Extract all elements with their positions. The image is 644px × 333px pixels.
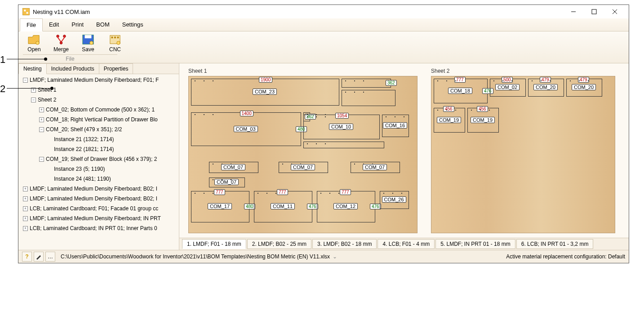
drill-dot [579,80,580,81]
menu-settings[interactable]: Settings [116,18,150,31]
collapse-icon[interactable]: − [39,127,44,132]
expand-icon[interactable]: + [23,186,28,191]
close-button[interactable] [604,5,625,18]
material-tab[interactable]: 4. LCB; F01 - 4 mm [378,239,435,249]
minimize-button[interactable] [563,5,584,18]
content-area: Sheet 1 COM_231900362COM_031400480362COM… [179,63,629,250]
sheet-1-surface[interactable]: COM_231900362COM_031400480362COM_101054C… [188,76,417,233]
material-tab[interactable]: 3. LMDF; B02 - 18 mm [312,239,377,249]
tab-included-products[interactable]: Included Products [46,63,99,74]
material-tab[interactable]: 5. LMDF; IN PRT 01 - 18 mm [435,239,515,249]
tree-row[interactable]: Instance 21 (1322; 1714) [18,134,179,144]
drill-dot [338,193,339,194]
menu-edit[interactable]: Edit [43,18,65,31]
tree-row[interactable]: +COM_02; Bottom of Commode (500 x 362); … [18,105,179,115]
tab-properties[interactable]: Properties [99,63,133,74]
tree-row[interactable]: −COM_19; Shelf of Drawer Block (456 x 37… [18,154,179,164]
chevron-down-icon[interactable]: ⌄ [333,253,337,260]
drill-dot [231,179,231,180]
cnc-button[interactable]: CNC [104,34,126,53]
expand-icon[interactable]: + [39,117,44,122]
collapse-icon[interactable]: − [39,157,44,162]
help-button[interactable]: ? [22,252,32,262]
width-dim-chip: 1900 [259,77,272,83]
drill-dot [372,164,373,164]
svg-point-9 [63,35,66,38]
drill-dot [307,116,308,117]
width-dim-chip: 777 [454,77,466,83]
material-tab[interactable]: 2. LMDF; B02 - 25 mm [247,239,311,249]
svg-point-13 [90,41,93,44]
material-tab[interactable]: 6. LCB; IN PRT 01 - 3,2 mm [516,239,594,249]
open-button[interactable]: Open [23,34,45,53]
collapse-icon[interactable]: − [23,78,28,83]
expand-icon[interactable]: + [23,216,28,221]
tree-row[interactable]: +COM_18; Right Vertical Partition of Dra… [18,115,179,124]
drill-dot [446,80,447,81]
statusbar: ? … C:\Users\Public\Documents\Woodwork f… [18,250,629,263]
drill-dot [329,193,330,194]
nested-part[interactable] [303,142,384,148]
width-dim-chip: 1400 [240,111,253,116]
svg-point-7 [36,41,39,44]
drill-dot [570,80,571,81]
tree-row[interactable]: +LCB; Laminated Cardboard; F01; Facade 0… [18,204,179,213]
menu-print[interactable]: Print [65,18,90,31]
svg-rect-17 [117,37,119,39]
nested-part[interactable] [342,79,391,88]
tree-row[interactable]: Instance 23 (5; 1190) [18,164,179,174]
width-dim-chip: 1054 [335,113,349,119]
sheet-2-surface[interactable]: COM_18777476COM_02500COM_20479COM_20479C… [431,76,615,233]
drill-dot [383,193,384,194]
tree-row[interactable]: −COM_20; Shelf (479 x 351); 2/2 [18,124,179,134]
tree-item-label: Instance 24 (481; 1190) [54,176,111,182]
menu-file[interactable]: File [20,18,43,31]
tree-row[interactable]: +Sheet 1 [18,85,179,95]
drill-dot [213,114,213,115]
expand-icon[interactable]: + [23,196,28,201]
svg-rect-16 [114,37,116,39]
expand-icon[interactable]: + [23,206,28,211]
merge-icon [54,34,68,45]
drill-dot [195,193,195,194]
tree-item-label: LMDF; Laminated Medium Density Fiberboar… [30,186,157,192]
window-title: Nesting v11 COM.iam [33,9,563,15]
part-label-chip: COM_12 [333,203,358,209]
expand-icon[interactable]: + [23,226,28,231]
edit-button[interactable] [34,252,44,262]
tree-item-label: COM_18; Right Vertical Partition of Draw… [46,116,158,123]
drill-dot [354,92,355,93]
drill-dot [363,80,364,81]
tree-row[interactable]: −LMDF; Laminated Medium Density Fiberboa… [18,75,179,85]
expand-icon[interactable]: + [39,107,44,112]
maximize-button[interactable] [584,5,604,18]
drill-dot [282,164,283,164]
tree-row[interactable]: −Sheet 2 [18,95,179,105]
tab-nesting[interactable]: Nesting [18,63,47,74]
merge-button[interactable]: Merge [50,34,72,53]
nesting-tree[interactable]: −LMDF; Laminated Medium Density Fiberboa… [18,74,179,250]
drill-dot [195,114,195,115]
tree-row[interactable]: Instance 22 (1821; 1714) [18,144,179,154]
width-dim-chip: 777 [214,189,225,195]
nested-part[interactable] [342,90,395,106]
window-controls [563,5,625,18]
titlebar: Nesting v11 COM.iam [18,5,629,18]
tree-row[interactable]: Instance 24 (481; 1190) [18,174,179,184]
svg-rect-15 [111,37,113,39]
menu-bom[interactable]: BOM [90,18,116,31]
sheets-area[interactable]: Sheet 1 COM_231900362COM_031400480362COM… [179,63,629,238]
save-button[interactable]: Save [77,34,99,53]
drill-dot [222,179,222,180]
more-button[interactable]: … [45,252,55,262]
tree-row[interactable]: +LMDF; Laminated Medium Density Fiberboa… [18,184,179,194]
drill-dot [204,193,204,194]
tree-row[interactable]: +LCB; Laminated Cardboard; IN PRT 01; In… [18,223,179,233]
drill-dot [213,80,213,81]
material-tab[interactable]: 1. LMDF; F01 - 18 mm [182,239,246,249]
menubar: File Edit Print BOM Settings [18,18,629,31]
collapse-icon[interactable]: − [31,98,36,102]
drill-dot [541,80,542,81]
tree-row[interactable]: +LMDF; Laminated Medium Density Fiberboa… [18,213,179,223]
tree-row[interactable]: +LMDF; Laminated Medium Density Fiberboa… [18,194,179,204]
